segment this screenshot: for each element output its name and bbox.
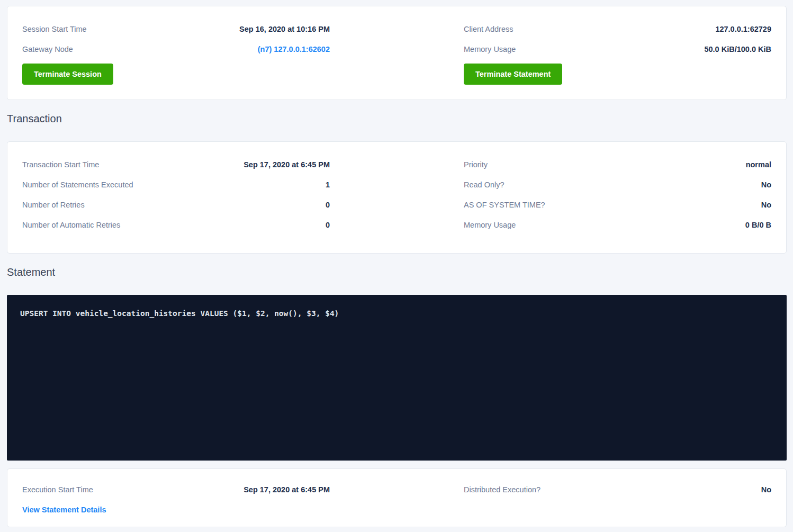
session-card-left-column: Session Start Time Sep 16, 2020 at 10:16… bbox=[22, 19, 330, 85]
priority-row: Priority normal bbox=[464, 155, 771, 175]
transaction-start-time-label: Transaction Start Time bbox=[22, 160, 99, 169]
distributed-execution-label: Distributed Execution? bbox=[464, 485, 540, 494]
read-only-value: No bbox=[761, 181, 771, 189]
distributed-execution-value: No bbox=[761, 485, 771, 494]
session-memory-usage-label: Memory Usage bbox=[464, 45, 516, 53]
transaction-memory-usage-label: Memory Usage bbox=[464, 221, 516, 229]
transaction-card-right-column: Priority normal Read Only? No AS OF SYST… bbox=[464, 155, 771, 235]
transaction-start-time-row: Transaction Start Time Sep 17, 2020 at 6… bbox=[22, 155, 330, 175]
gateway-node-link[interactable]: (n7) 127.0.0.1:62602 bbox=[258, 45, 330, 53]
as-of-system-time-label: AS OF SYSTEM TIME? bbox=[464, 201, 545, 209]
automatic-retries-row: Number of Automatic Retries 0 bbox=[22, 215, 330, 235]
client-address-label: Client Address bbox=[464, 25, 513, 33]
distributed-execution-row: Distributed Execution? No bbox=[464, 480, 771, 500]
execution-start-time-label: Execution Start Time bbox=[22, 485, 93, 494]
terminate-session-button[interactable]: Terminate Session bbox=[22, 64, 113, 85]
automatic-retries-value: 0 bbox=[326, 221, 330, 229]
gateway-node-row: Gateway Node (n7) 127.0.0.1:62602 bbox=[22, 39, 330, 59]
transaction-memory-usage-row: Memory Usage 0 B/0 B bbox=[464, 215, 771, 235]
client-address-value: 127.0.0.1:62729 bbox=[715, 25, 771, 33]
transaction-memory-usage-value: 0 B/0 B bbox=[745, 221, 771, 229]
session-details-page: Session Start Time Sep 16, 2020 at 10:16… bbox=[0, 0, 793, 527]
execution-start-time-value: Sep 17, 2020 at 6:45 PM bbox=[244, 485, 330, 494]
statement-sql-text: UPSERT INTO vehicle_location_histories V… bbox=[20, 309, 773, 318]
terminate-statement-button[interactable]: Terminate Statement bbox=[464, 64, 562, 85]
read-only-label: Read Only? bbox=[464, 181, 504, 189]
as-of-system-time-row: AS OF SYSTEM TIME? No bbox=[464, 195, 771, 215]
execution-card-right-column: Distributed Execution? No bbox=[464, 480, 771, 520]
client-address-row: Client Address 127.0.0.1:62729 bbox=[464, 19, 771, 39]
view-statement-details-row: View Statement Details bbox=[22, 500, 330, 520]
execution-card-left-column: Execution Start Time Sep 17, 2020 at 6:4… bbox=[22, 480, 330, 520]
gateway-node-label: Gateway Node bbox=[22, 45, 73, 53]
statement-sql-box: UPSERT INTO vehicle_location_histories V… bbox=[7, 295, 787, 461]
session-card-right-column: Client Address 127.0.0.1:62729 Memory Us… bbox=[464, 19, 771, 85]
statements-executed-value: 1 bbox=[326, 181, 330, 189]
read-only-row: Read Only? No bbox=[464, 175, 771, 195]
as-of-system-time-value: No bbox=[761, 201, 771, 209]
statements-executed-label: Number of Statements Executed bbox=[22, 181, 133, 189]
transaction-card: Transaction Start Time Sep 17, 2020 at 6… bbox=[7, 141, 787, 254]
view-statement-details-link[interactable]: View Statement Details bbox=[22, 506, 106, 514]
retries-label: Number of Retries bbox=[22, 201, 85, 209]
execution-start-time-row: Execution Start Time Sep 17, 2020 at 6:4… bbox=[22, 480, 330, 500]
transaction-section-title: Transaction bbox=[7, 112, 787, 125]
session-memory-usage-value: 50.0 KiB/100.0 KiB bbox=[704, 45, 771, 53]
statement-section-title: Statement bbox=[7, 265, 787, 279]
statements-executed-row: Number of Statements Executed 1 bbox=[22, 175, 330, 195]
session-start-time-label: Session Start Time bbox=[22, 25, 87, 33]
retries-row: Number of Retries 0 bbox=[22, 195, 330, 215]
session-summary-card: Session Start Time Sep 16, 2020 at 10:16… bbox=[7, 6, 787, 100]
priority-label: Priority bbox=[464, 160, 488, 169]
statement-execution-card: Execution Start Time Sep 17, 2020 at 6:4… bbox=[7, 468, 787, 527]
retries-value: 0 bbox=[326, 201, 330, 209]
session-memory-usage-row: Memory Usage 50.0 KiB/100.0 KiB bbox=[464, 39, 771, 59]
session-start-time-row: Session Start Time Sep 16, 2020 at 10:16… bbox=[22, 19, 330, 39]
session-start-time-value: Sep 16, 2020 at 10:16 PM bbox=[239, 25, 330, 33]
priority-value: normal bbox=[746, 160, 771, 169]
transaction-start-time-value: Sep 17, 2020 at 6:45 PM bbox=[244, 160, 330, 169]
automatic-retries-label: Number of Automatic Retries bbox=[22, 221, 120, 229]
transaction-card-left-column: Transaction Start Time Sep 17, 2020 at 6… bbox=[22, 155, 330, 235]
